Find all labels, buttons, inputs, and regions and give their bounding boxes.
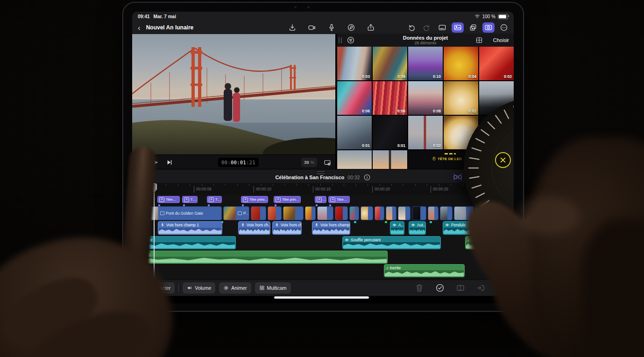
multicam-button[interactable]: Multicam [255,282,291,294]
video-clip[interactable]: P… [223,206,249,220]
media-icon[interactable] [452,22,464,33]
scene: 09:41 Mar. 7 mai 100 % ‹ Nouvel An lunai… [0,0,644,357]
import-icon[interactable] [286,22,298,33]
clip-label: ♪Inertie [384,265,464,270]
pencil-icon[interactable] [345,22,357,33]
video-clip[interactable] [428,206,439,220]
zoom-level[interactable]: 38% [301,158,317,167]
clip-duration: 0:01 [362,143,370,148]
video-clip[interactable] [283,206,304,220]
voiceover-clip[interactable]: Voix hors champ 3 [312,221,350,235]
browser-clip[interactable] [337,150,372,169]
clip-thumbnail [283,207,295,220]
video-clip[interactable] [305,206,316,220]
video-clip[interactable] [440,206,453,220]
video-clip[interactable] [386,206,396,220]
title-clip[interactable]: ATitre… [328,196,350,203]
camera-icon[interactable] [306,22,318,33]
button-label: Animer [231,285,247,291]
video-clip[interactable] [251,206,266,220]
pane-grip[interactable] [341,37,342,43]
jog-icon[interactable] [482,22,495,33]
title-clip[interactable]: ATitre prin… [274,196,301,203]
browser-clip[interactable]: 0:02 [479,47,514,80]
clip-thumbnail [268,207,276,220]
choose-button[interactable]: Choisir [493,37,509,43]
undo-icon[interactable] [405,22,418,33]
back-button[interactable]: ‹ [138,24,141,32]
effects-icon[interactable] [467,22,479,33]
voiceover-clip[interactable]: Voix hors ch… [272,221,302,235]
video-clip[interactable] [335,206,348,220]
video-clip[interactable] [268,206,282,220]
info-icon[interactable] [363,174,371,181]
skip-forward-button[interactable] [166,159,173,166]
browser-clip[interactable]: 0:01 [337,116,372,149]
trash-icon[interactable] [415,283,424,293]
pane-grip[interactable] [339,37,340,43]
playhead[interactable] [154,183,155,279]
video-clip[interactable] [317,206,333,220]
browser-clip[interactable]: 0:01 [373,116,407,149]
button-label: Multicam [267,285,287,291]
mic-small-icon [275,223,279,227]
video-clip[interactable] [349,206,359,220]
title-badge: A [330,197,335,202]
music-clip[interactable]: ♪Inertie [384,264,465,277]
title-clip[interactable]: ATitre princ… [241,196,268,203]
volume-button[interactable]: Volume [183,282,215,294]
mic-icon[interactable] [326,22,338,33]
grid-view-icon[interactable] [475,36,483,44]
video-clip[interactable] [398,206,410,220]
browser-clip[interactable]: 0:03 [337,47,372,80]
clip-thumbnail [375,207,380,220]
animer-button[interactable]: Animer [219,282,251,294]
clip-duration: 0:04 [468,74,476,79]
browser-clip[interactable]: 0:08 [408,81,443,115]
sound-effect-clip[interactable]: A… [390,221,404,235]
music-clip[interactable]: n et yang [132,251,388,264]
browser-clip[interactable]: 0:09 [373,47,407,80]
video-clip[interactable] [361,206,373,220]
video-clip[interactable] [375,206,384,220]
browser-clip[interactable] [373,150,407,169]
trim-icon[interactable] [456,283,465,293]
check-icon[interactable] [435,283,445,293]
date: Mar. 7 mai [154,14,176,19]
browser-clip[interactable]: 0:06 [337,81,372,115]
mic-small-icon [241,223,245,227]
clip-label: Voix hors champ 3 [312,222,350,227]
more-icon[interactable] [498,22,510,33]
redo-icon[interactable] [421,22,433,33]
home-indicator[interactable] [274,296,369,299]
keyword-icon [432,156,436,161]
title-clip[interactable]: AT… [207,196,222,203]
browser-clip[interactable]: 0:10 [408,47,443,80]
clip-label: Pont du Golden Gate [158,207,205,220]
camera-dot [294,6,297,8]
timeline-tracks: ATitre…AT…AT…ATitre princ…ATitre prin…A…… [132,195,514,280]
share-icon[interactable] [365,22,377,33]
title-clip[interactable]: A… [315,196,326,203]
insert-icon[interactable] [476,283,486,293]
titles-icon[interactable] [436,22,448,33]
divider [178,284,179,292]
music-clip[interactable]: Souffle percutant [342,236,441,249]
browser-clip[interactable]: 0:06 [373,81,407,115]
video-clip[interactable] [412,206,426,220]
clip-thumbnail [398,207,405,220]
title-clip[interactable]: AT… [182,196,198,203]
clip-thumbnail [318,207,327,220]
title-clip[interactable]: ATitre… [157,196,180,203]
voiceover-clip[interactable]: Voix hors champ 1 [158,221,222,235]
browser-clip[interactable]: 0:02 [408,116,443,149]
close-wheel-button[interactable] [495,152,511,168]
browser-clip[interactable]: 0:04 [444,47,478,80]
video-viewer[interactable] [132,34,335,154]
video-clip[interactable]: Pont du Golden Gate [146,206,222,220]
clip-duration: 0:06 [397,109,405,113]
sound-effect-clip[interactable]: Aut… [409,221,426,235]
voiceover-clip[interactable]: Voix hors ch… [238,221,270,235]
display-overlay-icon[interactable] [324,159,331,166]
filter-icon[interactable] [347,36,355,44]
